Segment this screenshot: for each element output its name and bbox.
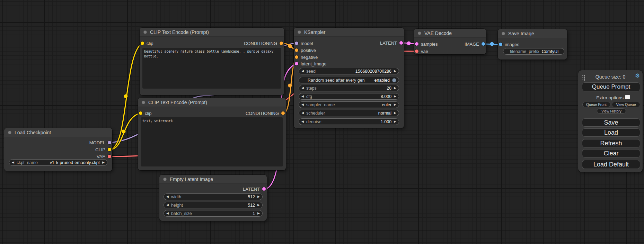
node-title: CLIP Text Encode (Prompt) bbox=[150, 29, 209, 35]
left-arrow-icon[interactable]: ◀ bbox=[12, 161, 14, 164]
cfg-widget[interactable]: ◀ cfg 8.000 ▶ bbox=[299, 93, 399, 100]
right-arrow-icon[interactable]: ▶ bbox=[394, 87, 396, 90]
steps-widget[interactable]: ◀ steps 20 ▶ bbox=[299, 85, 399, 91]
link-midpoint-dot bbox=[122, 130, 126, 134]
node-title-bar[interactable]: VAE Decode bbox=[414, 29, 486, 38]
node-empty-latent-image[interactable]: Empty Latent Image LATENT ◀ width 512 ▶ … bbox=[159, 175, 267, 221]
collapse-dot[interactable] bbox=[298, 30, 301, 34]
right-arrow-icon[interactable]: ▶ bbox=[394, 103, 396, 106]
denoise-widget[interactable]: ◀ denoise 1.000 ▶ bbox=[299, 118, 399, 125]
images-input-port[interactable] bbox=[499, 43, 502, 46]
left-arrow-icon[interactable]: ◀ bbox=[166, 212, 169, 215]
input-label-samples: samples bbox=[421, 42, 438, 47]
conditioning-output-port[interactable] bbox=[281, 111, 285, 115]
right-arrow-icon[interactable]: ▶ bbox=[394, 70, 396, 73]
left-arrow-icon[interactable]: ◀ bbox=[301, 111, 304, 115]
link-midpoint-dot bbox=[407, 42, 411, 45]
right-arrow-icon[interactable]: ▶ bbox=[394, 95, 396, 98]
queue-panel[interactable]: Queue size: 0 ⚙ Queue Prompt Extra optio… bbox=[578, 70, 643, 172]
node-title: Save Image bbox=[508, 31, 534, 36]
settings-gear-icon[interactable]: ⚙ bbox=[635, 73, 640, 79]
extra-options-checkbox[interactable] bbox=[625, 95, 630, 99]
collapse-dot[interactable] bbox=[143, 30, 147, 34]
node-title-bar[interactable]: Save Image bbox=[498, 29, 567, 38]
latent-image-input-port[interactable] bbox=[295, 62, 298, 65]
collapse-dot[interactable] bbox=[502, 32, 505, 35]
random-seed-toggle-widget[interactable]: Random seed after every gen enabled bbox=[299, 77, 399, 83]
view-history-button[interactable]: View History bbox=[597, 108, 626, 114]
load-button[interactable]: Load bbox=[582, 128, 640, 137]
node-title-bar[interactable]: Load Checkpoint bbox=[4, 128, 112, 137]
scheduler-widget[interactable]: ◀ scheduler normal ▶ bbox=[299, 110, 399, 116]
output-label-vae: VAE bbox=[97, 154, 105, 159]
output-label-clip: CLIP bbox=[95, 147, 105, 152]
conditioning-output-port[interactable] bbox=[280, 42, 283, 45]
node-title-bar[interactable]: CLIP Text Encode (Prompt) bbox=[140, 28, 284, 37]
collapse-dot[interactable] bbox=[8, 131, 11, 134]
positive-prompt-textarea[interactable]: beautiful scenery nature glass bottle la… bbox=[142, 48, 281, 89]
node-ksampler[interactable]: KSampler model positive negative latent_… bbox=[294, 28, 404, 128]
width-widget[interactable]: ◀ width 512 ▶ bbox=[164, 193, 263, 200]
batch-size-widget[interactable]: ◀ batch_size 1 ▶ bbox=[164, 210, 263, 217]
node-vae-decode[interactable]: VAE Decode samples vae IMAGE bbox=[414, 29, 486, 54]
node-save-image[interactable]: Save Image images filename_prefix ComfyU… bbox=[498, 29, 567, 60]
latent-output-port[interactable] bbox=[399, 41, 403, 45]
input-label-model: model bbox=[301, 41, 313, 46]
right-arrow-icon[interactable]: ▶ bbox=[257, 195, 260, 198]
model-output-port[interactable] bbox=[108, 141, 111, 144]
image-output-port[interactable] bbox=[482, 42, 485, 46]
output-label-model: MODEL bbox=[89, 140, 105, 145]
node-title-bar[interactable]: KSampler bbox=[294, 28, 404, 37]
output-label-image: IMAGE bbox=[465, 42, 479, 47]
left-arrow-icon[interactable]: ◀ bbox=[166, 204, 169, 207]
clip-output-port[interactable] bbox=[108, 148, 111, 151]
collapse-dot[interactable] bbox=[142, 101, 145, 104]
positive-input-port[interactable] bbox=[295, 48, 298, 52]
node-clip-text-encode-negative[interactable]: CLIP Text Encode (Prompt) clip CONDITION… bbox=[138, 98, 286, 170]
clip-input-port[interactable] bbox=[141, 42, 144, 45]
link-midpoint-dot bbox=[490, 42, 494, 46]
collapse-dot[interactable] bbox=[418, 31, 421, 35]
right-arrow-icon[interactable]: ▶ bbox=[102, 161, 105, 164]
sampler-name-widget[interactable]: ◀ sampler_name euler ▶ bbox=[299, 101, 399, 108]
collapse-dot[interactable] bbox=[163, 178, 167, 181]
queue-front-button[interactable]: Queue Front bbox=[582, 102, 610, 107]
left-arrow-icon[interactable]: ◀ bbox=[166, 195, 169, 198]
load-default-button[interactable]: Load Default bbox=[582, 160, 640, 169]
queue-prompt-button[interactable]: Queue Prompt bbox=[582, 82, 640, 91]
left-arrow-icon[interactable]: ◀ bbox=[301, 103, 304, 106]
negative-prompt-textarea[interactable]: text, watermark bbox=[141, 117, 283, 166]
node-clip-text-encode-positive[interactable]: CLIP Text Encode (Prompt) clip CONDITION… bbox=[140, 28, 284, 95]
model-input-port[interactable] bbox=[295, 42, 298, 45]
node-load-checkpoint[interactable]: Load Checkpoint MODEL CLIP VAE ◀ ckpt_na… bbox=[4, 128, 112, 171]
right-arrow-icon[interactable]: ▶ bbox=[394, 111, 396, 115]
left-arrow-icon[interactable]: ◀ bbox=[301, 120, 304, 123]
vae-output-port[interactable] bbox=[108, 155, 111, 158]
left-arrow-icon[interactable]: ◀ bbox=[301, 95, 304, 98]
output-label-latent: LATENT bbox=[243, 187, 260, 192]
seed-widget[interactable]: ◀ seed 156680208700286 ▶ bbox=[299, 68, 399, 74]
filename-prefix-widget[interactable]: filename_prefix ComfyUI bbox=[503, 48, 564, 55]
toggle-circle-icon[interactable] bbox=[392, 78, 396, 82]
left-arrow-icon[interactable]: ◀ bbox=[301, 70, 304, 73]
latent-output-port[interactable] bbox=[262, 187, 266, 191]
node-graph-canvas[interactable]: Load Checkpoint MODEL CLIP VAE ◀ ckpt_na… bbox=[0, 0, 644, 244]
right-arrow-icon[interactable]: ▶ bbox=[394, 120, 396, 123]
refresh-button[interactable]: Refresh bbox=[582, 139, 640, 147]
node-title-bar[interactable]: CLIP Text Encode (Prompt) bbox=[138, 98, 286, 107]
right-arrow-icon[interactable]: ▶ bbox=[257, 212, 260, 215]
negative-input-port[interactable] bbox=[295, 55, 298, 59]
samples-input-port[interactable] bbox=[415, 42, 418, 46]
vae-input-port[interactable] bbox=[415, 49, 418, 53]
clear-button[interactable]: Clear bbox=[582, 149, 640, 157]
node-title: VAE Decode bbox=[424, 30, 452, 36]
left-arrow-icon[interactable]: ◀ bbox=[301, 87, 304, 90]
node-title-bar[interactable]: Empty Latent Image bbox=[159, 175, 267, 184]
input-label-latent-image: latent_image bbox=[301, 61, 326, 66]
height-widget[interactable]: ◀ height 512 ▶ bbox=[164, 202, 263, 208]
clip-input-port[interactable] bbox=[139, 111, 142, 115]
view-queue-button[interactable]: View Queue bbox=[612, 102, 640, 107]
ckpt-name-widget[interactable]: ◀ ckpt_name v1-5-pruned-emaonly.ckpt ▶ bbox=[9, 159, 107, 166]
save-button[interactable]: Save bbox=[582, 118, 640, 127]
right-arrow-icon[interactable]: ▶ bbox=[257, 204, 260, 207]
